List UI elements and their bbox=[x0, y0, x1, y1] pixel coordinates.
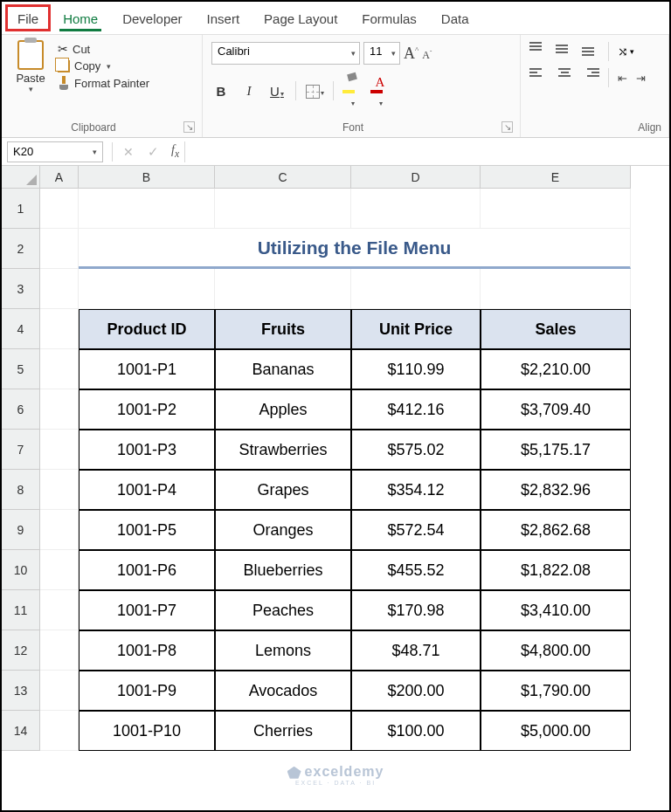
table-cell[interactable]: Peaches bbox=[215, 590, 351, 630]
row-header[interactable]: 7 bbox=[2, 430, 40, 470]
table-cell[interactable]: Grapes bbox=[215, 470, 351, 510]
table-cell[interactable]: $200.00 bbox=[351, 671, 481, 711]
cell[interactable] bbox=[40, 269, 79, 309]
cut-button[interactable]: ✂ Cut bbox=[58, 42, 149, 56]
row-header[interactable]: 2 bbox=[2, 229, 40, 269]
cell[interactable] bbox=[215, 189, 351, 229]
table-cell[interactable]: Apples bbox=[215, 389, 351, 430]
formula-input[interactable] bbox=[184, 141, 669, 162]
borders-button[interactable]: ▾ bbox=[305, 83, 324, 99]
table-cell[interactable]: 1001-P4 bbox=[79, 470, 215, 510]
dialog-launcher-icon[interactable]: ↘ bbox=[183, 121, 195, 133]
cell[interactable] bbox=[351, 269, 481, 309]
copy-button[interactable]: Copy ▾ bbox=[58, 59, 149, 72]
table-header-cell[interactable]: Fruits bbox=[215, 309, 351, 349]
align-top-button[interactable] bbox=[529, 42, 547, 61]
table-cell[interactable]: Bananas bbox=[215, 349, 351, 389]
font-name-select[interactable]: Calibri ▾ bbox=[211, 42, 360, 65]
col-header-C[interactable]: C bbox=[215, 166, 351, 189]
underline-button[interactable]: U▾ bbox=[267, 84, 287, 99]
col-header-A[interactable]: A bbox=[40, 166, 79, 189]
orientation-button[interactable]: ⤭▾ bbox=[618, 42, 634, 61]
row-header[interactable]: 5 bbox=[2, 349, 40, 389]
table-cell[interactable]: $412.16 bbox=[351, 389, 481, 430]
table-cell[interactable]: Avocados bbox=[215, 671, 351, 711]
increase-indent-button[interactable]: ⇥ bbox=[636, 68, 646, 87]
table-cell[interactable]: $575.02 bbox=[351, 430, 481, 470]
cell[interactable] bbox=[40, 711, 79, 751]
decrease-font-button[interactable]: Aˇ bbox=[422, 45, 432, 62]
cell[interactable] bbox=[40, 349, 79, 389]
align-left-button[interactable] bbox=[529, 68, 547, 87]
table-cell[interactable]: Strawberries bbox=[215, 430, 351, 470]
table-cell[interactable]: Cherries bbox=[215, 711, 351, 751]
select-all-corner[interactable] bbox=[2, 166, 40, 189]
row-header[interactable]: 13 bbox=[2, 671, 40, 711]
format-painter-button[interactable]: Format Painter bbox=[58, 76, 149, 90]
tab-formulas[interactable]: Formulas bbox=[349, 4, 429, 31]
cell[interactable] bbox=[40, 550, 79, 590]
table-cell[interactable]: 1001-P5 bbox=[79, 510, 215, 550]
tab-data[interactable]: Data bbox=[429, 4, 481, 31]
table-cell[interactable]: $110.99 bbox=[351, 349, 481, 389]
table-cell[interactable]: Lemons bbox=[215, 630, 351, 671]
table-cell[interactable]: 1001-P9 bbox=[79, 671, 215, 711]
row-header[interactable]: 4 bbox=[2, 309, 40, 349]
fx-icon[interactable]: fx bbox=[171, 143, 179, 160]
tab-file[interactable]: File bbox=[5, 4, 51, 31]
table-cell[interactable]: 1001-P3 bbox=[79, 430, 215, 470]
table-cell[interactable]: 1001-P2 bbox=[79, 389, 215, 430]
table-cell[interactable]: $455.52 bbox=[351, 550, 481, 590]
table-cell[interactable]: Blueberries bbox=[215, 550, 351, 590]
cell[interactable] bbox=[40, 430, 79, 470]
name-box[interactable]: K20 ▾ bbox=[7, 141, 103, 162]
table-cell[interactable]: $2,210.00 bbox=[481, 349, 631, 389]
align-middle-button[interactable] bbox=[556, 42, 573, 61]
cell[interactable] bbox=[215, 269, 351, 309]
cell[interactable] bbox=[40, 189, 79, 229]
table-cell[interactable]: 1001-P6 bbox=[79, 550, 215, 590]
align-bottom-button[interactable] bbox=[582, 42, 599, 61]
table-cell[interactable]: 1001-P8 bbox=[79, 630, 215, 671]
table-cell[interactable]: $2,862.68 bbox=[481, 510, 631, 550]
row-header[interactable]: 1 bbox=[2, 189, 40, 229]
cell[interactable] bbox=[40, 630, 79, 671]
row-header[interactable]: 8 bbox=[2, 470, 40, 510]
italic-button[interactable]: I bbox=[239, 84, 259, 99]
increase-font-button[interactable]: A^ bbox=[404, 45, 419, 63]
paste-button[interactable]: Paste ▾ bbox=[9, 38, 52, 93]
cell[interactable] bbox=[79, 269, 215, 309]
col-header-B[interactable]: B bbox=[79, 166, 215, 189]
cell[interactable] bbox=[40, 229, 79, 269]
row-header[interactable]: 14 bbox=[2, 711, 40, 751]
cell[interactable] bbox=[79, 189, 215, 229]
cell[interactable] bbox=[40, 309, 79, 349]
cell[interactable] bbox=[40, 389, 79, 430]
row-header[interactable]: 3 bbox=[2, 269, 40, 309]
table-cell[interactable]: Oranges bbox=[215, 510, 351, 550]
table-cell[interactable]: $1,822.08 bbox=[481, 550, 631, 590]
table-cell[interactable]: $572.54 bbox=[351, 510, 481, 550]
table-cell[interactable]: $3,410.00 bbox=[481, 590, 631, 630]
table-cell[interactable]: 1001-P10 bbox=[79, 711, 215, 751]
cell[interactable] bbox=[40, 470, 79, 510]
cell[interactable] bbox=[40, 671, 79, 711]
cell[interactable] bbox=[481, 189, 631, 229]
cancel-icon[interactable]: ✕ bbox=[123, 145, 134, 159]
table-cell[interactable]: $5,175.17 bbox=[481, 430, 631, 470]
table-cell[interactable]: 1001-P7 bbox=[79, 590, 215, 630]
cell[interactable] bbox=[481, 269, 631, 309]
row-header[interactable]: 9 bbox=[2, 510, 40, 550]
title-cell[interactable]: Utilizing the File Menu bbox=[79, 229, 631, 269]
tab-home[interactable]: Home bbox=[51, 4, 110, 31]
table-header-cell[interactable]: Unit Price bbox=[351, 309, 481, 349]
tab-pagelayout[interactable]: Page Layout bbox=[252, 4, 349, 31]
table-header-cell[interactable]: Product ID bbox=[79, 309, 215, 349]
row-header[interactable]: 12 bbox=[2, 630, 40, 671]
tab-developer[interactable]: Developer bbox=[110, 4, 194, 31]
decrease-indent-button[interactable]: ⇤ bbox=[618, 68, 627, 87]
table-cell[interactable]: $100.00 bbox=[351, 711, 481, 751]
fill-color-button[interactable]: ▾ bbox=[342, 73, 362, 108]
table-cell[interactable]: $354.12 bbox=[351, 470, 481, 510]
cell[interactable] bbox=[351, 189, 481, 229]
